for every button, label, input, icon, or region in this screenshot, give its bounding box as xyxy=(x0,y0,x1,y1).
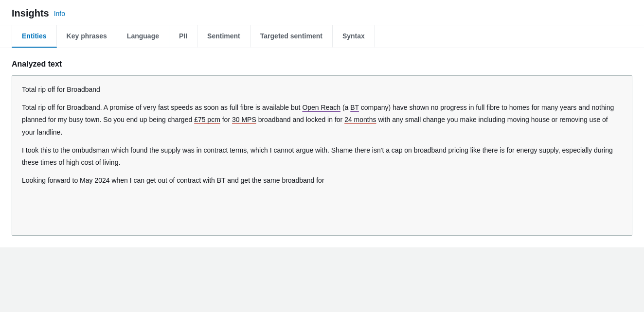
entity-open-reach: Open Reach xyxy=(302,104,340,111)
tab-key-phrases[interactable]: Key phrases xyxy=(57,25,117,48)
text-line-1: Total rip off for Broadband xyxy=(22,84,620,96)
tab-language[interactable]: Language xyxy=(117,25,169,48)
entity-speed: 30 MPS xyxy=(232,116,256,123)
main-content: Analyzed text Total rip off for Broadban… xyxy=(0,48,644,247)
text-content[interactable]: Total rip off for Broadband Total rip of… xyxy=(12,76,632,235)
tab-entities[interactable]: Entities xyxy=(12,25,57,48)
tabs-list: Entities Key phrases Language PII Sentim… xyxy=(12,25,632,48)
text-line-4: Looking forward to May 2024 when I can g… xyxy=(22,174,620,187)
entity-bt: BT xyxy=(350,104,359,111)
entity-price: £75 pcm xyxy=(194,116,220,123)
tab-sentiment[interactable]: Sentiment xyxy=(197,25,250,48)
tab-targeted-sentiment[interactable]: Targeted sentiment xyxy=(250,25,333,48)
header-section: Insights Info xyxy=(0,0,644,25)
page-wrapper: Insights Info Entities Key phrases Langu… xyxy=(0,0,644,247)
tabs-section: Entities Key phrases Language PII Sentim… xyxy=(0,25,644,48)
text-line-3: I took this to the ombudsman which found… xyxy=(22,144,620,169)
text-container: Total rip off for Broadband Total rip of… xyxy=(12,75,632,236)
entity-duration: 24 months xyxy=(344,116,376,123)
tab-pii[interactable]: PII xyxy=(169,25,197,48)
page-title: Insights xyxy=(12,8,49,19)
text-line-2: Total rip off for Broadband. A promise o… xyxy=(22,102,620,139)
info-link[interactable]: Info xyxy=(54,10,65,17)
analyzed-text-title: Analyzed text xyxy=(12,60,632,69)
tab-syntax[interactable]: Syntax xyxy=(333,25,375,48)
